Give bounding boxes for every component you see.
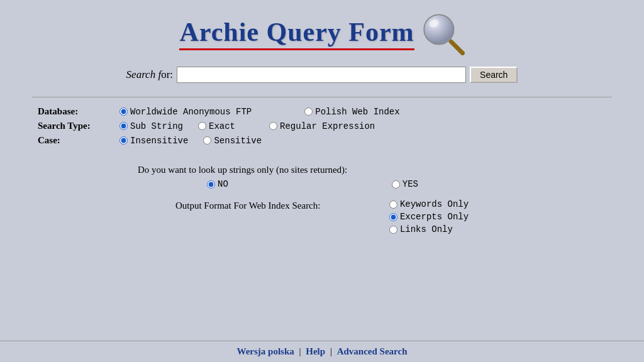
svg-point-1 <box>424 14 453 44</box>
radio-yes[interactable] <box>392 180 400 189</box>
radio-option-excerpts[interactable]: Excerpts Only <box>389 212 469 222</box>
search-for-label: Search for: <box>126 69 173 81</box>
radio-ftp[interactable] <box>119 107 128 116</box>
search-bar-section: Search for: Search <box>126 67 518 83</box>
radio-substring-label: Sub String <box>130 121 183 131</box>
output-format-label: Output Format For Web Index Search: <box>175 199 389 211</box>
radio-excerpts[interactable] <box>389 213 397 221</box>
radio-option-no[interactable]: NO <box>207 179 228 189</box>
radio-sensitive-label: Sensitive <box>214 136 262 146</box>
radio-option-ftp[interactable]: Worldwide Anonymous FTP <box>119 107 252 117</box>
radio-keywords-label: Keywords Only <box>400 199 469 209</box>
output-format-radios: Keywords Only Excerpts Only Links Only <box>389 199 469 234</box>
radio-insensitive-label: Insensitive <box>130 136 188 146</box>
radio-polish-label: Polish Web Index <box>315 107 399 117</box>
radio-exact-label: Exact <box>209 121 235 131</box>
footer: Wersja polska | Help | Advanced Search <box>0 341 644 362</box>
database-label: Database: <box>38 106 119 117</box>
database-row: Database: Worldwide Anonymous FTP Polish… <box>38 106 606 117</box>
radio-regex-label: Regular Expression <box>280 121 375 131</box>
footer-link-help[interactable]: Help <box>306 346 325 356</box>
radio-option-keywords[interactable]: Keywords Only <box>389 199 469 209</box>
title-container: Archie Query Form <box>179 11 464 55</box>
page-wrapper: Archie Query Form <box>0 0 644 362</box>
search-type-radio-group: Sub String Exact Regular Expression <box>119 121 375 131</box>
strings-radios: NO YES <box>138 179 506 189</box>
radio-sensitive[interactable] <box>203 136 211 145</box>
radio-option-substring[interactable]: Sub String <box>119 121 183 131</box>
magnifier-icon <box>421 11 465 55</box>
separator-top <box>32 97 612 97</box>
radio-substring[interactable] <box>119 122 128 130</box>
radio-keywords[interactable] <box>389 200 397 209</box>
footer-links: Wersja polska | Help | Advanced Search <box>0 346 644 357</box>
radio-no-label: NO <box>218 179 228 189</box>
radio-option-sensitive[interactable]: Sensitive <box>203 136 262 146</box>
radio-insensitive[interactable] <box>119 136 128 145</box>
output-section: Output Format For Web Index Search: Keyw… <box>138 194 506 239</box>
strings-question: Do you want to look up strings only (no … <box>138 165 506 175</box>
radio-yes-label: YES <box>402 179 418 189</box>
footer-link-wersja[interactable]: Wersja polska <box>237 346 294 356</box>
radio-option-regex[interactable]: Regular Expression <box>269 121 375 131</box>
footer-separator-2: | <box>330 346 335 356</box>
radio-option-exact[interactable]: Exact <box>198 121 235 131</box>
radio-option-links[interactable]: Links Only <box>389 224 469 234</box>
search-type-row: Search Type: Sub String Exact Regular Ex… <box>38 121 606 131</box>
radio-regex[interactable] <box>269 122 277 130</box>
search-for-label-text: or: <box>161 69 173 80</box>
case-radio-group: Insensitive Sensitive <box>119 136 262 146</box>
radio-option-yes[interactable]: YES <box>392 179 418 189</box>
svg-line-0 <box>451 41 462 53</box>
footer-separator-1: | <box>299 346 304 356</box>
radio-option-polish[interactable]: Polish Web Index <box>304 107 399 117</box>
radio-exact[interactable] <box>198 122 206 130</box>
form-section: Database: Worldwide Anonymous FTP Polish… <box>0 100 644 156</box>
radio-polish[interactable] <box>304 107 313 116</box>
header: Archie Query Form <box>0 0 644 62</box>
search-button[interactable]: Search <box>470 67 518 83</box>
radio-links[interactable] <box>389 226 397 234</box>
case-row: Case: Insensitive Sensitive <box>38 135 606 146</box>
page-title: Archie Query Form <box>179 17 414 50</box>
search-input[interactable] <box>177 67 466 83</box>
radio-no[interactable] <box>207 180 215 189</box>
footer-link-advanced[interactable]: Advanced Search <box>337 346 408 356</box>
search-type-label: Search Type: <box>38 121 119 131</box>
database-radio-group: Worldwide Anonymous FTP Polish Web Index <box>119 107 400 117</box>
radio-excerpts-label: Excerpts Only <box>400 212 469 222</box>
radio-ftp-label: Worldwide Anonymous FTP <box>130 107 252 117</box>
case-label: Case: <box>38 135 119 146</box>
strings-section: Do you want to look up strings only (no … <box>100 156 544 194</box>
radio-option-insensitive[interactable]: Insensitive <box>119 136 188 146</box>
radio-links-label: Links Only <box>400 224 453 234</box>
